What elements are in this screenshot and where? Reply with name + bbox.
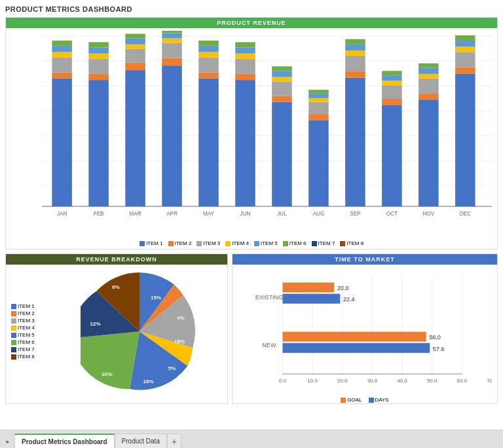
pie-legend-8: ITEM 8: [11, 354, 52, 360]
breakdown-header: REVENUE BREAKDOWN: [6, 254, 227, 265]
legend-item-6: ITEM 6: [283, 240, 307, 246]
svg-text:MAR: MAR: [130, 210, 141, 217]
svg-text:5%: 5%: [168, 365, 176, 371]
ttm-legend: GOAL DAYS: [238, 397, 492, 403]
dashboard-title: PRODUCT METRICS DASHBOARD: [5, 5, 498, 13]
svg-rect-58: [272, 102, 292, 206]
svg-text:15%: 15%: [151, 295, 161, 301]
svg-rect-30: [125, 70, 145, 206]
svg-rect-27: [88, 47, 109, 53]
svg-text:30.0: 30.0: [367, 378, 378, 384]
legend-color-1: [140, 241, 145, 246]
svg-rect-76: [345, 45, 365, 50]
revenue-legend: ITEM 1 ITEM 2 ITEM 3 ITEM 4 ITEM 5: [6, 238, 497, 249]
pie-color-4: [11, 326, 16, 331]
ttm-days-color: [369, 398, 374, 403]
ttm-svg: EXISTING NEW: [238, 270, 492, 393]
svg-rect-65: [308, 120, 329, 206]
svg-text:MAY: MAY: [203, 210, 214, 217]
pie-legend: ITEM 1 ITEM 2 ITEM 3 ITEM 4: [9, 267, 54, 396]
svg-text:AUG: AUG: [313, 210, 325, 217]
svg-text:20%: 20%: [102, 371, 112, 377]
svg-rect-35: [125, 34, 145, 39]
revenue-chart-header: PRODUCT REVENUE: [6, 18, 497, 28]
svg-rect-33: [125, 45, 145, 49]
svg-rect-69: [308, 94, 329, 98]
pie-legend-5: ITEM 5: [11, 332, 52, 338]
svg-rect-19: [52, 52, 72, 57]
ttm-goal-color: [341, 398, 346, 403]
legend-label-5: ITEM 5: [261, 240, 278, 246]
svg-rect-42: [162, 31, 182, 33]
svg-text:60.0: 60.0: [457, 378, 468, 384]
svg-text:JUL: JUL: [277, 210, 287, 217]
svg-rect-88: [419, 79, 439, 94]
tab-bar: ► Product Metrics Dashboard Product Data…: [0, 430, 503, 448]
legend-color-8: [340, 241, 345, 246]
svg-rect-72: [345, 78, 365, 206]
svg-rect-16: [52, 79, 72, 206]
pie-label-4: ITEM 4: [18, 325, 35, 331]
legend-label-2: ITEM 2: [175, 240, 192, 246]
pie-legend-7: ITEM 7: [11, 346, 52, 352]
tab-product-data[interactable]: Product Data: [115, 434, 167, 448]
svg-rect-96: [455, 47, 475, 52]
ttm-days-label: DAYS: [375, 397, 389, 403]
svg-rect-28: [88, 42, 109, 47]
legend-label-1: ITEM 1: [146, 240, 163, 246]
revenue-chart-section: PRODUCT REVENUE $1,400,000 $1,200,000 $1…: [5, 17, 498, 250]
svg-rect-59: [272, 96, 292, 102]
legend-item-8: ITEM 8: [340, 240, 363, 246]
svg-text:JUN: JUN: [240, 210, 251, 217]
pie-label-5: ITEM 5: [18, 332, 35, 338]
svg-rect-81: [382, 85, 402, 99]
svg-text:57.6: 57.6: [433, 346, 445, 352]
legend-label-7: ITEM 7: [318, 240, 335, 246]
tab-scroll-arrow[interactable]: ►: [3, 435, 13, 448]
time-to-market-section: TIME TO MARKET EXISTING NEW: [232, 253, 498, 404]
svg-rect-32: [125, 49, 145, 63]
svg-rect-49: [198, 41, 219, 46]
svg-text:12%: 12%: [90, 321, 100, 327]
svg-rect-44: [198, 79, 219, 206]
svg-rect-45: [198, 73, 219, 79]
pie-label-6: ITEM 6: [18, 339, 35, 345]
pie-color-5: [11, 333, 16, 338]
tab-add-button[interactable]: +: [167, 434, 181, 448]
pie-chart-svg: 15% 4% 18% 5% 16% 20% 12% 6%: [81, 272, 198, 390]
svg-rect-75: [345, 50, 365, 56]
pie-legend-3: ITEM 3: [11, 318, 52, 324]
tab-product-metrics-dashboard[interactable]: Product Metrics Dashboard: [14, 434, 115, 448]
svg-rect-17: [52, 73, 72, 79]
legend-color-4: [225, 241, 231, 246]
legend-color-6: [283, 241, 288, 246]
ttm-goal-label: GOAL: [347, 397, 362, 403]
svg-text:70.0: 70.0: [487, 378, 492, 384]
svg-rect-90: [419, 68, 439, 74]
svg-text:OCT: OCT: [386, 210, 398, 217]
svg-rect-82: [382, 81, 402, 85]
svg-rect-48: [198, 46, 219, 52]
svg-text:22.4: 22.4: [343, 297, 355, 303]
svg-rect-86: [419, 100, 439, 206]
svg-rect-60: [272, 81, 292, 96]
pie-color-1: [11, 304, 16, 309]
bar-chart-container: $1,400,000 $1,200,000 $1,000,000 $800,00…: [6, 28, 497, 238]
legend-color-7: [312, 241, 317, 246]
svg-rect-120: [282, 294, 340, 304]
svg-text:20.0: 20.0: [337, 285, 349, 291]
svg-rect-51: [235, 80, 255, 206]
legend-color-2: [168, 241, 174, 246]
svg-rect-73: [345, 71, 365, 77]
legend-label-8: ITEM 8: [346, 240, 363, 246]
pie-color-7: [11, 347, 16, 352]
pie-color-3: [11, 318, 16, 324]
legend-color-5: [254, 241, 259, 246]
svg-rect-83: [382, 75, 402, 81]
pie-color-2: [11, 311, 16, 316]
svg-rect-46: [198, 57, 219, 72]
svg-text:16%: 16%: [143, 379, 153, 384]
svg-rect-23: [88, 80, 109, 206]
pie-legend-2: ITEM 2: [11, 310, 52, 316]
legend-label-3: ITEM 3: [203, 240, 220, 246]
